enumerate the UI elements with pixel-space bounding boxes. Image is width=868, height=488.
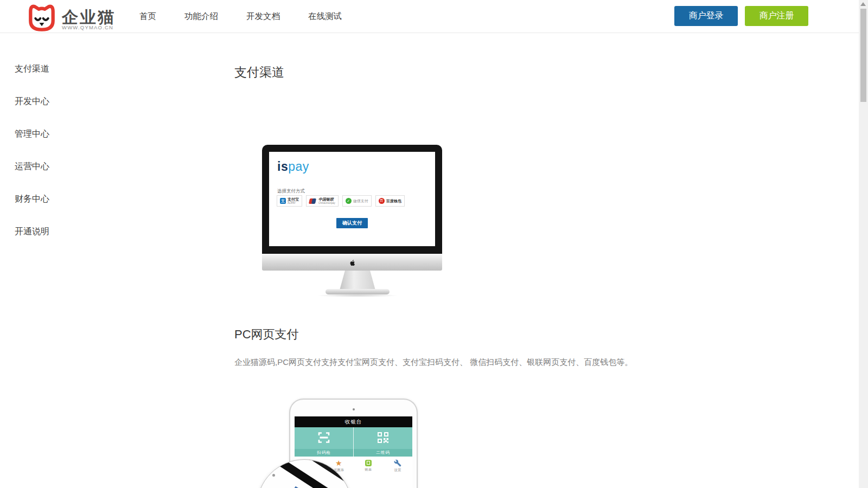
section-description: 企业猫源码,PC网页支付支持支付宝网页支付、支付宝扫码支付、 微信扫码支付、银联…: [234, 357, 633, 368]
main-nav: 首页 功能介绍 开发文档 在线测试: [139, 0, 342, 33]
payment-method-name: 微信支付: [353, 198, 368, 204]
cashier-panels: 扫码枪 二维码: [295, 427, 412, 457]
ispay-logo: ispay: [277, 159, 309, 174]
payment-method-baidu: 百 百度钱包: [375, 195, 405, 207]
merchant-register-button[interactable]: 商户注册: [745, 6, 808, 26]
header-actions: 商户登录 商户注册: [674, 6, 808, 26]
unionpay-icon: [309, 198, 317, 204]
nav-item-features[interactable]: 功能介绍: [184, 11, 218, 22]
qrcode-icon: [376, 431, 390, 444]
qrcode-panel: 二维码: [353, 427, 412, 457]
toolbar-bill: 账单: [354, 457, 383, 475]
toolbar-label: 设置: [394, 468, 401, 473]
payment-method-name: 百度钱包: [386, 198, 401, 204]
brand-logo[interactable]: 企业猫 WWW.QYMAO.CN: [26, 2, 135, 31]
scan-gun-panel: 扫码枪: [295, 427, 353, 457]
page-scrollbar[interactable]: [859, 0, 868, 488]
scrollbar-thumb[interactable]: [860, 9, 866, 102]
sidebar-item-payment-channels[interactable]: 支付渠道: [15, 53, 123, 85]
sidebar: 支付渠道 开发中心 管理中心 运营中心 财务中心 开通说明: [15, 53, 123, 248]
nav-item-home[interactable]: 首页: [139, 11, 156, 22]
wechat-pay-icon: ✓: [346, 198, 352, 204]
cat-logo-icon: [26, 3, 58, 33]
sidebar-item-finance-center[interactable]: 财务中心: [15, 183, 123, 215]
top-navigation-bar: 企业猫 WWW.QYMAO.CN 首页 功能介绍 开发文档 在线测试 商户登录 …: [0, 0, 859, 33]
page: 企业猫 WWW.QYMAO.CN 首页 功能介绍 开发文档 在线测试 商户登录 …: [0, 0, 868, 488]
imac-stand: [340, 271, 375, 290]
apple-logo-icon: [349, 259, 356, 267]
sidebar-item-dev-center[interactable]: 开发中心: [15, 85, 123, 118]
brand-url: WWW.QYMAO.CN: [62, 24, 113, 30]
imac-shadow: [316, 294, 399, 297]
imac-screen: ispay 选择支付方式 支 支付宝 ALIPAY 中国银联: [269, 152, 435, 246]
scan-gun-label: 扫码枪: [295, 449, 353, 457]
camera-dot: [353, 408, 355, 410]
settings-wrench-icon: [394, 459, 401, 467]
qrcode-label: 二维码: [354, 449, 412, 457]
ispay-logo-is: is: [277, 159, 288, 174]
sidebar-item-activation-guide[interactable]: 开通说明: [15, 215, 123, 248]
baidu-wallet-icon: 百: [379, 198, 385, 204]
sidebar-item-operations-center[interactable]: 运营中心: [15, 150, 123, 183]
page-title: 支付渠道: [234, 64, 284, 81]
alipay-icon: 支: [280, 198, 286, 204]
choose-payment-label: 选择支付方式: [277, 188, 305, 195]
payment-method-sub: ChinaUnionpay: [318, 202, 335, 204]
payment-method-name: 支付宝: [288, 197, 299, 202]
imac-illustration: ispay 选择支付方式 支 支付宝 ALIPAY 中国银联: [262, 145, 442, 297]
payment-method-list: 支 支付宝 ALIPAY 中国银联 ChinaUnionpay: [277, 195, 405, 207]
payment-method-sub: ALIPAY: [288, 202, 299, 204]
scanner-dot: [272, 474, 275, 477]
section-title: PC网页支付: [234, 326, 299, 343]
ispay-logo-pay: pay: [288, 159, 309, 174]
bill-icon: [365, 460, 372, 466]
payment-method-name: 中国银联: [318, 197, 335, 202]
imac-chin: [262, 253, 442, 271]
scrollbar-up-icon[interactable]: [860, 2, 866, 6]
payment-method-unionpay: 中国银联 ChinaUnionpay: [306, 195, 339, 207]
coupon-star-icon: ★: [335, 459, 342, 467]
nav-item-docs[interactable]: 开发文档: [246, 11, 280, 22]
sidebar-item-admin-center[interactable]: 管理中心: [15, 118, 123, 150]
nav-item-online-test[interactable]: 在线测试: [308, 11, 342, 22]
toolbar-label: 账单: [365, 467, 372, 472]
scan-frame-icon: [317, 431, 330, 444]
payment-method-alipay: 支 支付宝 ALIPAY: [277, 195, 302, 207]
payment-method-wechat: ✓ 微信支付: [342, 195, 372, 207]
imac-bezel: ispay 选择支付方式 支 支付宝 ALIPAY 中国银联: [262, 145, 442, 253]
cashier-titlebar: 收银台: [295, 416, 412, 427]
toolbar-settings: 设置: [383, 457, 412, 475]
merchant-login-button[interactable]: 商户登录: [674, 6, 738, 26]
confirm-payment-button: 确认支付: [336, 218, 368, 228]
